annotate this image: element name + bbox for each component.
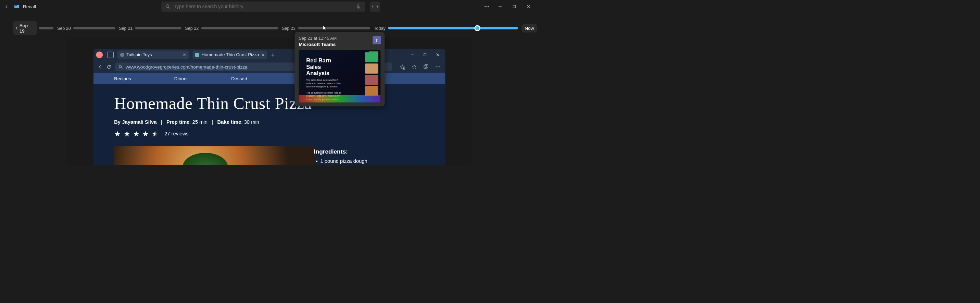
participant-tile [365, 64, 378, 74]
favorites-icon[interactable] [412, 64, 417, 69]
svg-line-21 [121, 67, 122, 69]
timeline-segment[interactable] [201, 27, 278, 29]
svg-point-5 [485, 6, 485, 7]
browser-close-button[interactable] [435, 52, 440, 57]
search-input[interactable] [173, 4, 356, 10]
star-icon: ★ [142, 129, 149, 138]
timeline-preview-card[interactable]: Sep 21 at 11:45 AM Microsoft Teams T Red… [294, 32, 385, 106]
window-controls [495, 2, 534, 12]
browser-window-controls [409, 52, 445, 57]
svg-rect-4 [358, 4, 359, 7]
tab-favicon [120, 53, 124, 57]
preview-app-name: Microsoft Teams [299, 41, 380, 47]
nav-link[interactable]: Dinner [174, 76, 188, 81]
timeline-segment[interactable] [298, 27, 370, 29]
browser-tab-active[interactable]: Homemade Thin Crust Pizza [192, 50, 267, 59]
back-button[interactable] [4, 4, 9, 9]
profile-avatar[interactable] [96, 51, 103, 58]
svg-rect-9 [513, 5, 516, 8]
microphone-icon[interactable] [356, 4, 361, 9]
star-icon: ★ [124, 129, 130, 138]
svg-point-31 [439, 67, 440, 67]
minimize-button[interactable] [495, 2, 506, 12]
search-icon [118, 65, 123, 69]
timeline-segment[interactable] [39, 27, 53, 29]
svg-point-20 [119, 65, 122, 68]
page-content: Homemade Thin Crust Pizza By Jayamali Si… [94, 85, 445, 166]
ingredient-item: 1 pound pizza dough [320, 158, 389, 164]
participant-tile [365, 52, 378, 62]
timeline-segment[interactable] [135, 27, 181, 29]
favorite-add-icon[interactable] [399, 64, 405, 70]
timeline-segment-label: Sep 22 [185, 26, 199, 31]
timeline-segment-label: Sep 20 [57, 26, 71, 31]
preview-thumbnail: Red Barn Sales Analysis The sales team a… [299, 50, 380, 102]
timeline-scrubber-thumb[interactable] [474, 25, 480, 31]
nav-link[interactable]: Recipes [114, 76, 131, 81]
browser-minimize-button[interactable] [409, 52, 415, 57]
svg-point-6 [487, 6, 488, 7]
star-half-icon: ★★ [152, 129, 159, 138]
tab-actions-icon[interactable] [107, 52, 114, 58]
browser-back-icon[interactable] [98, 64, 103, 69]
search-icon [165, 4, 170, 9]
browser-maximize-button[interactable] [423, 52, 428, 57]
maximize-button[interactable] [509, 2, 519, 12]
browser-refresh-icon[interactable] [107, 64, 111, 69]
svg-point-7 [488, 6, 489, 7]
reviews-count: 27 reviews [164, 131, 189, 137]
mouse-cursor-icon [323, 26, 327, 31]
timeline-width-toggle[interactable] [370, 2, 380, 12]
rating-stars: ★ ★ ★ ★ ★★ 27 reviews [114, 129, 425, 138]
timeline-segment-label: Sep 21 [119, 26, 132, 31]
tab-favicon [195, 53, 199, 57]
timeline-now-button[interactable]: Now [522, 24, 537, 33]
participant-tile [365, 75, 378, 85]
tab-close-icon[interactable] [183, 53, 186, 57]
svg-point-2 [166, 5, 169, 8]
teams-app-icon: T [372, 36, 381, 44]
svg-point-29 [436, 67, 437, 67]
timeline: Sep 19 Sep 20 Sep 21 Sep 22 Sep 23 Today… [0, 22, 537, 34]
hero-image [114, 146, 316, 165]
svg-rect-17 [424, 54, 426, 56]
ingredients-header: Ingredients: [314, 148, 389, 155]
url-text: www.woodgrovegroceries.com/homemade-thin… [126, 64, 248, 70]
svg-line-3 [169, 7, 170, 9]
recall-app-icon [14, 4, 19, 9]
star-icon: ★ [133, 129, 140, 138]
timeline-today-segment[interactable] [388, 27, 518, 29]
timeline-today-label: Today [374, 26, 385, 31]
page-meta: By Jayamali Silva | Prep time: 25 min | … [114, 119, 425, 125]
collections-icon[interactable] [423, 64, 429, 70]
participant-tile [365, 86, 378, 96]
nav-link[interactable]: Dessert [231, 76, 247, 81]
browser-tabstrip: Tailspin Toys Homemade Thin Crust Pizza … [94, 49, 445, 61]
close-button[interactable] [523, 2, 534, 12]
snapshot-viewport: Tailspin Toys Homemade Thin Crust Pizza … [65, 38, 472, 166]
browser-window: Tailspin Toys Homemade Thin Crust Pizza … [94, 49, 445, 165]
timeline-segment[interactable] [74, 27, 115, 29]
tab-close-icon[interactable] [261, 53, 265, 57]
ingredients-block: Ingredients: 1 pound pizza dough [314, 148, 389, 164]
preview-timestamp: Sep 21 at 11:45 AM [299, 36, 380, 41]
svg-rect-1 [15, 5, 17, 6]
timeline-back-button[interactable]: Sep 19 [13, 21, 37, 35]
timeline-segment-label: Sep 23 [282, 26, 296, 31]
search-box[interactable] [161, 2, 365, 12]
more-options-button[interactable] [482, 2, 492, 12]
app-name: Recall [23, 4, 36, 9]
new-tab-button[interactable]: + [271, 51, 275, 58]
site-nav: Recipes Dinner Dessert [94, 73, 445, 85]
svg-rect-0 [14, 5, 19, 8]
star-icon: ★ [114, 129, 121, 138]
svg-point-30 [438, 67, 439, 67]
browser-address-bar: www.woodgrovegroceries.com/homemade-thin… [94, 61, 445, 73]
browser-tab[interactable]: Tailspin Toys [118, 50, 189, 59]
browser-more-icon[interactable] [435, 66, 441, 67]
